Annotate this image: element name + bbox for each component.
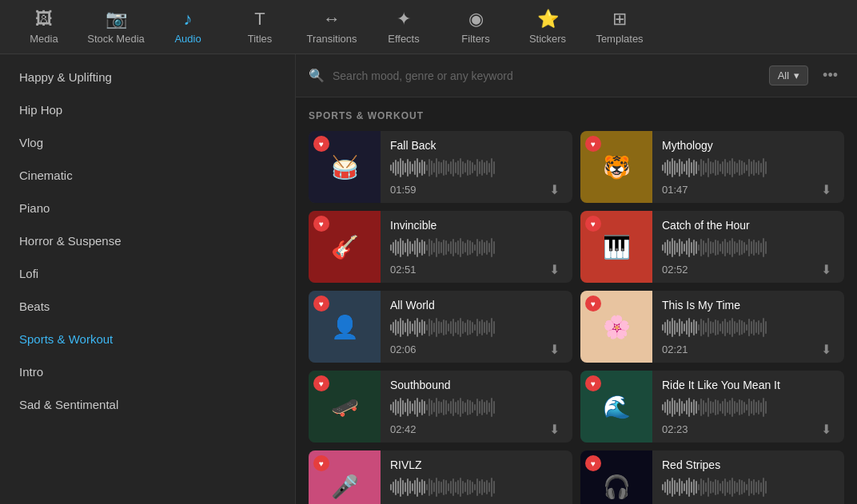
track-card-invincible[interactable]: 🎸♥Invincible02:51⬇ <box>309 211 572 283</box>
nav-item-stickers[interactable]: ⭐Stickers <box>512 3 584 51</box>
nav-label-media: Media <box>30 33 58 45</box>
track-waveform-rivlz <box>390 478 563 497</box>
track-duration-mythology: 01:47 <box>662 184 688 196</box>
track-info-catch-of-the-hour: Catch of the Hour02:52⬇ <box>652 211 844 283</box>
track-card-all-world[interactable]: 👤♥All World02:06⬇ <box>309 291 572 363</box>
track-card-ride-it[interactable]: 🌊♥Ride It Like You Mean It02:23⬇ <box>580 371 844 442</box>
nav-item-effects[interactable]: ✦Effects <box>368 3 440 51</box>
track-download-red-stripes[interactable]: ⬇ <box>818 500 835 504</box>
track-waveform-invincible <box>390 238 563 257</box>
track-info-mythology: Mythology01:47⬇ <box>652 131 844 203</box>
sidebar-item-sad[interactable]: Sad & Sentimental <box>0 388 295 421</box>
media-icon: 🖼 <box>35 9 53 30</box>
track-download-invincible[interactable]: ⬇ <box>546 260 563 279</box>
track-download-mythology[interactable]: ⬇ <box>818 181 835 199</box>
more-options-button[interactable]: ••• <box>816 64 844 87</box>
nav-item-audio[interactable]: ♪Audio <box>152 3 224 51</box>
music-grid-wrapper: SPORTS & WORKOUT 🥁♥Fall Back01:59⬇🐯♥Myth… <box>296 97 857 504</box>
track-footer-mythology: 01:47⬇ <box>662 181 835 199</box>
track-info-all-world: All World02:06⬇ <box>381 291 572 363</box>
favorite-badge[interactable]: ♥ <box>585 216 601 232</box>
track-thumb-mythology: 🐯♥ <box>580 131 652 203</box>
track-thumb-catch-of-the-hour: 🎹♥ <box>580 211 652 283</box>
favorite-badge[interactable]: ♥ <box>313 455 329 471</box>
sidebar-item-hiphop[interactable]: Hip Hop <box>0 93 295 126</box>
track-download-ride-it[interactable]: ⬇ <box>818 420 835 439</box>
track-info-southbound: Southbound02:42⬇ <box>381 371 572 442</box>
transitions-icon: ↔ <box>323 9 341 30</box>
track-download-this-is-my-time[interactable]: ⬇ <box>818 340 835 359</box>
track-info-ride-it: Ride It Like You Mean It02:23⬇ <box>652 371 844 442</box>
track-title-this-is-my-time: This Is My Time <box>662 299 835 312</box>
track-footer-ride-it: 02:23⬇ <box>662 420 835 439</box>
track-info-fall-back: Fall Back01:59⬇ <box>381 131 572 203</box>
track-duration-all-world: 02:06 <box>390 343 417 355</box>
favorite-badge[interactable]: ♥ <box>313 375 329 391</box>
track-download-catch-of-the-hour[interactable]: ⬇ <box>818 260 835 279</box>
track-download-all-world[interactable]: ⬇ <box>546 340 563 359</box>
nav-label-audio: Audio <box>174 33 201 45</box>
track-download-southbound[interactable]: ⬇ <box>546 420 563 439</box>
favorite-badge[interactable]: ♥ <box>313 136 329 152</box>
track-title-all-world: All World <box>390 299 563 312</box>
track-waveform-mythology <box>662 158 835 177</box>
filter-label: All <box>778 69 789 81</box>
favorite-badge[interactable]: ♥ <box>585 136 601 152</box>
sidebar-item-piano[interactable]: Piano <box>0 192 295 224</box>
track-waveform-all-world <box>390 318 563 337</box>
nav-item-titles[interactable]: TTitles <box>224 3 296 51</box>
favorite-badge[interactable]: ♥ <box>313 216 329 232</box>
favorite-badge[interactable]: ♥ <box>585 296 601 312</box>
nav-item-filters[interactable]: ◉Filters <box>440 3 512 51</box>
track-title-ride-it: Ride It Like You Mean It <box>662 379 835 391</box>
track-thumb-southbound: 🛹♥ <box>309 371 381 442</box>
sidebar-item-cinematic[interactable]: Cinematic <box>0 159 295 192</box>
filter-dropdown[interactable]: All ▾ <box>769 65 808 85</box>
nav-item-transitions[interactable]: ↔Transitions <box>296 3 368 51</box>
track-card-this-is-my-time[interactable]: 🌸♥This Is My Time02:21⬇ <box>580 291 844 363</box>
nav-item-stock-media[interactable]: 📷Stock Media <box>80 3 152 51</box>
track-card-fall-back[interactable]: 🥁♥Fall Back01:59⬇ <box>309 131 572 203</box>
nav-label-stock-media: Stock Media <box>87 33 145 45</box>
track-footer-red-stripes: 02:18⬇ <box>662 500 835 504</box>
track-card-catch-of-the-hour[interactable]: 🎹♥Catch of the Hour02:52⬇ <box>580 211 844 283</box>
track-card-red-stripes[interactable]: 🎧♥Red Stripes02:18⬇ <box>580 450 844 504</box>
track-waveform-red-stripes <box>662 478 835 497</box>
section-title: SPORTS & WORKOUT <box>309 110 844 121</box>
track-card-mythology[interactable]: 🐯♥Mythology01:47⬇ <box>580 131 844 203</box>
sidebar-item-beats[interactable]: Beats <box>0 290 295 323</box>
favorite-badge[interactable]: ♥ <box>585 455 601 471</box>
favorite-badge[interactable]: ♥ <box>313 296 329 312</box>
search-input[interactable] <box>333 69 761 82</box>
stickers-icon: ⭐ <box>537 9 559 30</box>
sidebar-item-sports[interactable]: Sports & Workout <box>0 323 295 355</box>
track-duration-this-is-my-time: 02:21 <box>662 343 688 355</box>
track-waveform-ride-it <box>662 398 835 417</box>
track-title-red-stripes: Red Stripes <box>662 458 835 471</box>
track-footer-rivlz: 02:15⬇ <box>390 500 563 504</box>
track-info-this-is-my-time: This Is My Time02:21⬇ <box>652 291 844 363</box>
titles-icon: T <box>254 9 265 30</box>
sidebar-item-vlog[interactable]: Vlog <box>0 126 295 159</box>
track-duration-southbound: 02:42 <box>390 423 417 435</box>
sidebar-item-horror[interactable]: Horror & Suspense <box>0 224 295 257</box>
sidebar-item-lofi[interactable]: Lofi <box>0 257 295 290</box>
sidebar-item-happy[interactable]: Happy & Uplifting <box>0 61 295 93</box>
track-thumb-all-world: 👤♥ <box>309 291 381 363</box>
filters-icon: ◉ <box>468 9 484 30</box>
track-card-southbound[interactable]: 🛹♥Southbound02:42⬇ <box>309 371 572 442</box>
track-card-rivlz[interactable]: 🎤♥RIVLZ02:15⬇ <box>309 450 572 504</box>
track-thumb-red-stripes: 🎧♥ <box>580 450 652 504</box>
track-duration-catch-of-the-hour: 02:52 <box>662 264 688 276</box>
nav-label-effects: Effects <box>388 33 420 45</box>
nav-item-templates[interactable]: ⊞Templates <box>584 3 656 51</box>
nav-item-media[interactable]: 🖼Media <box>8 3 80 51</box>
sidebar-item-intro[interactable]: Intro <box>0 355 295 388</box>
track-download-rivlz[interactable]: ⬇ <box>546 500 563 504</box>
right-panel: 🔍 All ▾ ••• SPORTS & WORKOUT 🥁♥Fall Back… <box>296 54 857 504</box>
main-content: Happy & UpliftingHip HopVlogCinematicPia… <box>0 54 857 504</box>
track-footer-all-world: 02:06⬇ <box>390 340 563 359</box>
track-info-rivlz: RIVLZ02:15⬇ <box>381 450 572 504</box>
track-download-fall-back[interactable]: ⬇ <box>546 181 563 199</box>
favorite-badge[interactable]: ♥ <box>585 375 601 391</box>
